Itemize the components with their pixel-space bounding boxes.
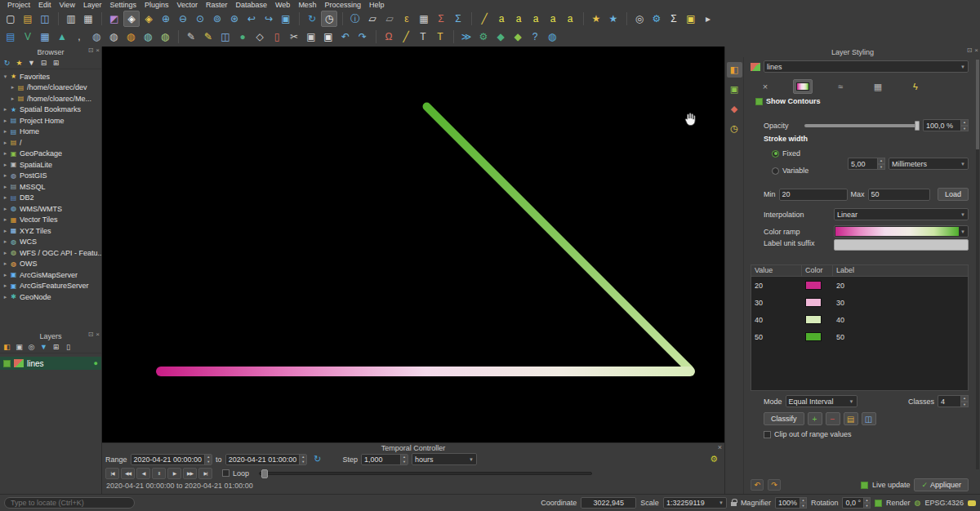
class-row[interactable]: 5050 [751, 328, 968, 345]
labels-tab-icon[interactable]: ▣ [727, 82, 742, 97]
menu-layer[interactable]: Layer [79, 1, 106, 9]
scale-select[interactable]: 1:32259119 ▼ [663, 497, 727, 509]
skip-to-start-button[interactable]: |◀ [105, 468, 119, 479]
delete-class-button[interactable]: − [826, 412, 840, 425]
spinner-arrows-icon[interactable]: ▲▼ [400, 455, 408, 464]
annotation-icon[interactable]: T [432, 29, 448, 45]
show-contours-checkbox[interactable] [755, 98, 763, 105]
browser-item-geopackage[interactable]: ▸▣GeoPackage [0, 149, 101, 160]
export-color-map-button[interactable]: ◫ [862, 412, 876, 425]
expand-arrow-icon[interactable]: ▸ [9, 84, 16, 91]
opacity-slider-handle[interactable] [915, 121, 920, 131]
fixed-radio[interactable] [772, 150, 779, 158]
add-feature-icon[interactable]: ● [234, 29, 251, 45]
browser-item-spatialite[interactable]: ▸▣SpatiaLite [0, 159, 101, 171]
menu-vector[interactable]: Vector [172, 1, 202, 9]
class-row[interactable]: 4040 [751, 311, 968, 328]
refresh-range-icon[interactable]: ↻ [314, 454, 321, 464]
browser-item-vector-tiles[interactable]: ▸▦Vector Tiles [0, 215, 101, 226]
add-postgis-layer-icon[interactable]: ◍ [88, 29, 105, 45]
menu-project[interactable]: Project [3, 1, 34, 9]
layer-select[interactable]: lines ▼ [764, 60, 969, 73]
zoom-to-selection-icon[interactable]: ⊚ [209, 11, 225, 27]
browser-item-spatial-bookmarks[interactable]: ▸★Spatial Bookmarks [0, 104, 101, 116]
style-undo-button[interactable]: ↶ [751, 479, 764, 491]
browser-item-mssql[interactable]: ▸▤MSSQL [0, 181, 101, 193]
load-color-map-button[interactable]: ▤ [844, 412, 858, 425]
spinner-arrows-icon[interactable]: ▲▼ [299, 455, 306, 464]
paste-features-icon[interactable]: ▣ [320, 29, 336, 45]
min-input[interactable]: 20 [779, 189, 848, 201]
expand-arrow-icon[interactable]: ▸ [2, 194, 9, 201]
browser-item-home-cloarec-dev[interactable]: ▸▤/home/cloarec/dev [0, 82, 101, 94]
range-start-input[interactable]: 2020-04-21 00:00:00 ▲▼ [131, 454, 213, 465]
expand-arrow-icon[interactable]: ▸ [2, 250, 9, 256]
menu-web[interactable]: Web [271, 1, 294, 9]
overview-panel-icon[interactable]: ▸ [700, 11, 716, 27]
show-bookmarks-icon[interactable]: ★ [605, 11, 621, 27]
locator-input[interactable] [4, 497, 135, 509]
magnifier-spinbox[interactable]: 100% ▲▼ [775, 497, 807, 509]
classes-spinbox[interactable]: 4 ▲▼ [938, 395, 969, 407]
refresh-map-icon[interactable]: ↻ [304, 11, 320, 27]
variable-radio[interactable] [772, 167, 779, 175]
expand-arrow-icon[interactable]: ▸ [2, 162, 9, 168]
browser-item-db2[interactable]: ▸▤DB2 [0, 193, 101, 204]
menu-database[interactable]: Database [232, 1, 272, 9]
expand-arrow-icon[interactable]: ▸ [2, 206, 9, 212]
range-end-input[interactable]: 2020-04-21 01:00:00 ▲▼ [225, 454, 308, 465]
close-icon[interactable]: × [96, 47, 100, 54]
close-icon[interactable]: × [974, 47, 978, 54]
expand-arrow-icon[interactable]: ▸ [2, 238, 9, 245]
pan-map-icon[interactable]: ◈ [123, 11, 140, 27]
add-spatialite-layer-icon[interactable]: ◍ [105, 29, 122, 45]
opacity-spinbox[interactable]: 100,0 % ▲▼ [923, 119, 969, 131]
expand-arrow-icon[interactable]: ▸ [2, 294, 9, 300]
clip-checkbox[interactable] [764, 431, 771, 438]
tab-contours-icon[interactable] [793, 79, 813, 94]
symbology-tab-icon[interactable]: ◧ [727, 62, 742, 78]
expand-all-icon[interactable]: ⊞ [51, 342, 61, 353]
browser-item-ows[interactable]: ▸◍OWS [0, 259, 101, 270]
expand-arrow-icon[interactable]: ▸ [2, 228, 9, 234]
pause-button[interactable]: Ⅱ [152, 468, 166, 479]
label-move-icon[interactable]: a [545, 11, 561, 27]
cut-features-icon[interactable]: ✂ [286, 29, 302, 45]
dock-icon[interactable]: ⊡ [88, 331, 94, 338]
pan-to-selection-icon[interactable]: ◈ [140, 11, 157, 27]
data-source-manager-icon[interactable]: ▤ [2, 29, 19, 45]
deselect-features-icon[interactable]: ▱ [381, 11, 398, 27]
expand-arrow-icon[interactable]: ▸ [2, 216, 9, 223]
add-vector-layer-icon[interactable]: V [20, 29, 36, 45]
toggle-editing-icon[interactable]: ✎ [200, 29, 216, 45]
classify-button[interactable]: Classify [764, 412, 804, 425]
color-ramp-select[interactable]: ▼ [834, 225, 969, 238]
zoom-full-icon[interactable]: ⊙ [192, 11, 208, 27]
dock-icon[interactable]: ⊡ [88, 47, 94, 54]
expand-arrow-icon[interactable]: ▸ [2, 184, 9, 190]
help-icon[interactable]: ? [527, 29, 543, 45]
browser-item-xyz-tiles[interactable]: ▸▦XYZ Tiles [0, 225, 101, 237]
tab-no-symbology-icon[interactable]: × [755, 79, 775, 94]
interpolation-select[interactable]: Linear ▼ [834, 208, 969, 220]
statistics-icon[interactable]: Σ [450, 11, 466, 27]
class-row[interactable]: 3030 [751, 294, 968, 311]
label-pin-icon[interactable]: a [528, 11, 544, 27]
expand-arrow-icon[interactable]: ▸ [2, 118, 9, 124]
grass-tools-icon[interactable]: ◆ [510, 29, 526, 45]
menu-view[interactable]: View [56, 1, 79, 9]
map-themes-icon[interactable]: ◎ [631, 11, 648, 27]
stroke-width-spinbox[interactable]: 5,00 ▲▼ [848, 158, 885, 170]
expand-arrow-icon[interactable]: ▾ [2, 73, 9, 80]
add-mesh-layer-icon[interactable]: ▲ [54, 29, 70, 45]
tab-averaging-icon[interactable]: ϟ [906, 79, 925, 94]
properties-widget-icon[interactable]: ⊞ [51, 58, 61, 69]
zoom-last-icon[interactable]: ↩ [243, 11, 260, 27]
menu-help[interactable]: Help [365, 1, 389, 9]
filter-browser-icon[interactable]: ▼ [26, 58, 37, 69]
expand-arrow-icon[interactable]: ▸ [2, 106, 9, 113]
spinner-arrows-icon[interactable]: ▲▼ [960, 119, 969, 131]
processing-toolbox-icon[interactable]: ⚙ [475, 29, 492, 45]
load-button[interactable]: Load [938, 188, 969, 201]
measure-icon[interactable]: ╱ [476, 11, 492, 27]
